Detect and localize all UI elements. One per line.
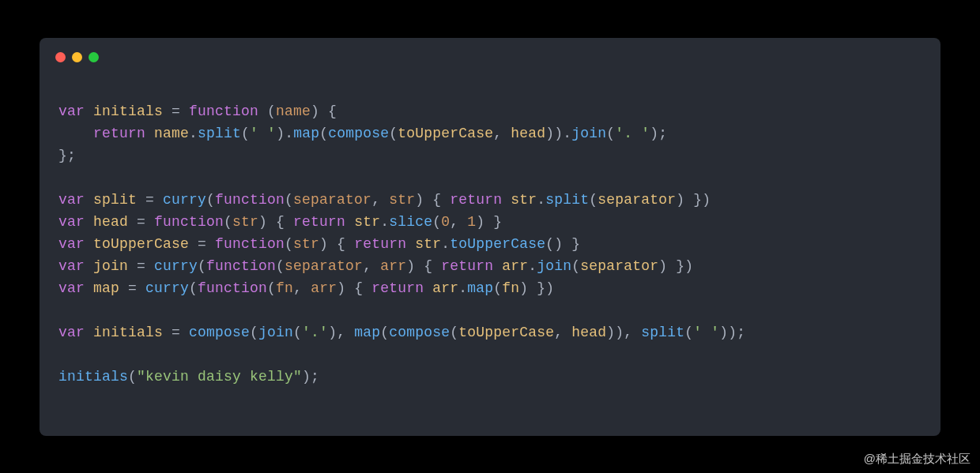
code-line: var head = function(str) { return str.sl… <box>58 211 922 233</box>
code-block: var initials = function (name) { return … <box>40 67 940 429</box>
code-line: var toUpperCase = function(str) { return… <box>58 233 922 255</box>
token-pl: = <box>128 214 154 230</box>
token-pl: ) } <box>476 214 502 230</box>
token-kw: var <box>58 192 93 208</box>
token-fnn: map <box>293 126 319 141</box>
token-pl <box>58 170 67 186</box>
token-pl: . <box>537 192 545 208</box>
token-kw: var <box>58 236 93 252</box>
token-str: ' ' <box>250 126 276 141</box>
token-kw: return <box>450 192 502 208</box>
token-pl: , <box>554 325 571 340</box>
token-pn: arr <box>380 258 406 274</box>
token-pl: , <box>450 214 467 230</box>
token-vn: fn <box>502 280 519 296</box>
token-pl: ) { <box>406 258 441 274</box>
token-vn: join <box>93 258 128 274</box>
token-kw: return <box>293 214 345 230</box>
token-pl <box>58 391 67 407</box>
token-vn: separator <box>580 258 658 274</box>
code-line <box>58 343 922 366</box>
code-line: initials("kevin daisy kelly"); <box>58 366 922 388</box>
token-vn: name <box>154 126 189 141</box>
token-vn: head <box>571 325 606 340</box>
code-line: var initials = compose(join('.'), map(co… <box>58 321 922 343</box>
token-pl <box>58 302 67 318</box>
token-pl <box>502 192 511 208</box>
token-pl: = <box>189 236 215 252</box>
token-vn: arr <box>432 280 458 296</box>
token-pl: . <box>441 236 450 252</box>
token-str: "kevin daisy kelly" <box>137 369 302 385</box>
code-line <box>58 388 922 410</box>
token-pl: ( <box>206 192 215 208</box>
token-pl: ) }) <box>519 280 554 296</box>
token-kw: var <box>58 103 93 119</box>
token-pl: ( <box>319 126 328 141</box>
token-pn: separator <box>293 192 371 208</box>
token-vn: initials <box>93 325 163 340</box>
token-str: ' ' <box>693 325 719 340</box>
token-pl: = <box>119 280 145 296</box>
token-pn: str <box>293 236 319 252</box>
token-vn: str <box>354 214 380 230</box>
token-pl: ( <box>389 126 398 141</box>
token-pl: = <box>137 192 163 208</box>
token-vn: arr <box>502 258 528 274</box>
token-pl: ( <box>493 280 502 296</box>
token-fnn: curry <box>154 258 198 274</box>
token-vn: head <box>93 214 128 230</box>
token-pl <box>345 214 354 230</box>
token-vn: str <box>415 236 441 252</box>
token-pl <box>493 258 502 274</box>
token-kw: function <box>198 280 267 296</box>
zoom-icon[interactable] <box>89 52 99 62</box>
token-pl: ( <box>250 325 258 340</box>
code-line: var split = curry(function(separator, st… <box>58 189 922 211</box>
token-vn: initials <box>93 103 163 119</box>
token-kw: var <box>58 325 93 340</box>
token-vn: split <box>93 192 137 208</box>
token-pl <box>58 347 67 362</box>
token-pl: ( <box>241 126 250 141</box>
token-pl <box>58 126 93 141</box>
token-num: 0 <box>441 214 450 230</box>
token-pl <box>424 280 432 296</box>
token-str: '.' <box>302 325 328 340</box>
token-fnn: initials <box>58 369 128 385</box>
token-fnn: compose <box>389 325 450 340</box>
token-vn: head <box>511 126 545 141</box>
token-pl: ( <box>589 192 597 208</box>
token-kw: return <box>354 236 406 252</box>
token-vn: toUpperCase <box>458 325 554 340</box>
token-kw: return <box>371 280 424 296</box>
token-fnn: join <box>258 325 293 340</box>
token-fnn: map <box>467 280 493 296</box>
token-pl: ( <box>606 126 615 141</box>
token-pl: ( <box>285 236 293 252</box>
token-vn: toUpperCase <box>93 236 189 252</box>
token-pl: , <box>293 280 311 296</box>
close-icon[interactable] <box>55 52 66 62</box>
token-kw: var <box>58 280 93 296</box>
token-kw: function <box>206 258 276 274</box>
token-pl: ( <box>450 325 458 340</box>
token-pl: ) { <box>311 103 337 119</box>
token-pn: name <box>276 103 311 119</box>
token-fnn: slice <box>389 214 432 230</box>
code-line <box>58 78 922 100</box>
watermark-text: @稀土掘金技术社区 <box>864 452 971 467</box>
token-pn: str <box>232 214 258 230</box>
token-kw: return <box>93 126 145 141</box>
minimize-icon[interactable] <box>72 52 82 62</box>
token-pl: )), <box>606 325 641 340</box>
token-fnn: split <box>198 126 241 141</box>
token-fnn: curry <box>145 280 189 296</box>
token-pl: ( <box>571 258 580 274</box>
token-pl: ( <box>432 214 441 230</box>
token-pl: ( <box>293 325 302 340</box>
token-kw: function <box>215 236 285 252</box>
code-line: return name.split(' ').map(compose(toUpp… <box>58 122 922 145</box>
token-pl: }; <box>58 148 76 163</box>
token-pl: ); <box>650 126 667 141</box>
